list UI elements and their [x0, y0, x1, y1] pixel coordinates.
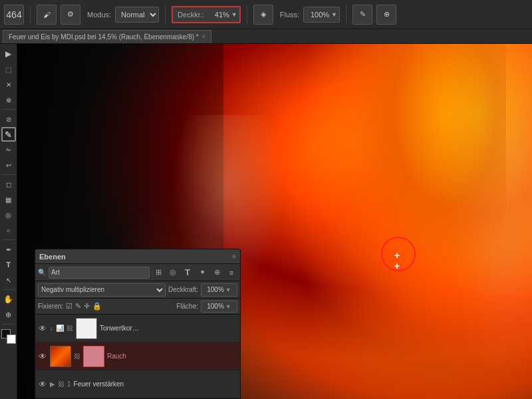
layers-panel: Ebenen ≡ 🔍 ⊞ ◎ T ✦ ⊕ ≡ Negativ multipliz…: [35, 249, 241, 399]
move-tool[interactable]: ▶: [1, 47, 16, 61]
crop-tool[interactable]: ⊘: [1, 112, 16, 126]
tab-title: Feuer und Eis by MDI.psd bei 14,5% (Rauc…: [9, 33, 199, 41]
blend-mode-select[interactable]: Negativ multiplizieren: [38, 283, 166, 297]
layer-thumb-rauch-pink: [83, 346, 104, 367]
dodge-tool[interactable]: ○: [1, 223, 16, 237]
lt-sep-2: [2, 174, 15, 175]
extra-icon-1[interactable]: ✎: [352, 5, 372, 25]
pen-tool[interactable]: ✒: [1, 242, 16, 257]
airbrush-icon[interactable]: ◈: [253, 5, 273, 25]
selection-tool[interactable]: ⬚: [1, 62, 16, 76]
layer-row-tonwert[interactable]: 👁 ↓ 📊 ⛓ Tonwertkor…: [35, 315, 240, 342]
path-select-tool[interactable]: ↖: [1, 273, 16, 287]
brush-preset-icon[interactable]: 🖌: [37, 5, 57, 25]
opacity-arrow-down[interactable]: ▼: [231, 11, 237, 18]
crosshair-center: +: [394, 250, 402, 258]
brush-size-box[interactable]: 464: [4, 5, 24, 25]
layer-badge-1: 1: [67, 380, 71, 388]
lasso-tool[interactable]: ✕: [1, 77, 16, 92]
layer-chain-icon-1: ⛓: [66, 325, 73, 332]
opacity-row-label: Deckkraft:: [168, 286, 198, 293]
opacity-row-value[interactable]: 100% ▼: [201, 283, 237, 297]
toolbar-sep-3: [247, 5, 247, 24]
magic-wand-tool[interactable]: ⊕: [1, 92, 16, 107]
hand-tool[interactable]: ✋: [1, 292, 16, 307]
layer-visible-icon-3[interactable]: 👁: [38, 380, 47, 389]
document-tab[interactable]: Feuer und Eis by MDI.psd bei 14,5% (Rauc…: [3, 30, 211, 43]
fix-label: Fixieren:: [38, 303, 63, 310]
zoom-tool[interactable]: ⊕: [1, 307, 16, 322]
history-brush-tool[interactable]: ↩: [1, 158, 16, 172]
fix-row: Fixieren: ☑ ✎ ✛ 🔒 Fläche: 100% ▼: [35, 299, 240, 315]
layers-panel-title: Ebenen: [39, 253, 66, 261]
flache-label: Fläche:: [176, 303, 198, 310]
toolbar-sep-2: [165, 5, 166, 24]
mode-select[interactable]: Normal: [115, 7, 159, 23]
opacity-box: Deckkr.: ▼: [172, 6, 241, 23]
lt-sep-4: [2, 289, 15, 290]
mode-label: Modus:: [87, 11, 111, 19]
blend-mode-row: Negativ multiplizieren Deckkraft: 100% ▼: [35, 281, 240, 299]
layer-name-feuer: Feuer verstärken: [74, 380, 237, 388]
fix-check-icon[interactable]: ☑: [66, 302, 72, 311]
layer-row-rauch[interactable]: 👁 ⛓ Rauch: [35, 342, 240, 370]
tab-bar: Feuer und Eis by MDI.psd bei 14,5% (Rauc…: [0, 29, 532, 44]
left-toolbar: ▶ ⬚ ✕ ⊕ ⊘ ✎ ✁ ↩ ◻ ▦ ◎ ○ ✒ T ↖ ✋ ⊕: [0, 44, 17, 399]
filter-icon-5[interactable]: ⊕: [211, 267, 223, 279]
layer-thumb-tonwert: [76, 318, 97, 339]
search-icon: 🔍: [38, 269, 46, 276]
flow-label: Fluss:: [280, 11, 299, 19]
brush-settings-icon[interactable]: ⚙: [61, 5, 80, 25]
layer-chain-icon-3: ⛓: [58, 380, 65, 388]
brush-cursor-circle: +: [381, 237, 416, 271]
gradient-tool[interactable]: ▦: [1, 192, 16, 207]
filter-toggle[interactable]: ≡: [225, 267, 237, 279]
opacity-input[interactable]: [206, 8, 229, 21]
layer-visible-icon-2[interactable]: 👁: [38, 352, 47, 361]
blur-tool[interactable]: ◎: [1, 207, 16, 222]
extra-icon-2[interactable]: ⊕: [376, 5, 396, 25]
filter-icon-2[interactable]: ◎: [167, 267, 179, 279]
layer-stats-icon-1: 📊: [56, 325, 64, 332]
filter-icon-1[interactable]: ⊞: [152, 267, 164, 279]
fix-move-icon[interactable]: ✛: [84, 302, 90, 311]
layer-visible-icon-1[interactable]: 👁: [38, 324, 47, 333]
layer-arrow-1: ↓: [50, 325, 53, 332]
tab-close-button[interactable]: ×: [202, 33, 205, 40]
top-toolbar: 464 🖌 ⚙ Modus: Normal Deckkr.: ▼ ◈ Fluss…: [0, 0, 532, 29]
flow-arrow-down[interactable]: ▼: [331, 11, 337, 18]
color-picker[interactable]: [1, 329, 16, 344]
main-area: ▶ ⬚ ✕ ⊕ ⊘ ✎ ✁ ↩ ◻ ▦ ◎ ○ ✒ T ↖ ✋ ⊕: [0, 44, 532, 399]
layer-expand-icon-3[interactable]: ▶: [50, 380, 55, 388]
brush-size-value: 464: [6, 9, 21, 20]
opacity-label: Deckkr.:: [178, 11, 204, 19]
toolbar-sep-4: [346, 5, 346, 24]
lt-sep-3: [2, 239, 15, 240]
lt-sep-1: [2, 109, 15, 110]
layer-chain-icon-2: ⛓: [74, 352, 80, 360]
layer-name-tonwert: Tonwertkor…: [100, 325, 237, 332]
layers-filter-toolbar: 🔍 ⊞ ◎ T ✦ ⊕ ≡: [35, 264, 240, 281]
layers-panel-header: Ebenen ≡: [35, 249, 240, 264]
toolbar-sep-1: [30, 5, 31, 24]
flame-top: [352, 44, 506, 275]
layer-search-input[interactable]: [49, 267, 150, 279]
filter-icon-4[interactable]: ✦: [196, 267, 208, 279]
fix-lock-icon[interactable]: 🔒: [92, 302, 102, 311]
fix-brush-icon[interactable]: ✎: [75, 302, 81, 311]
filter-icon-3[interactable]: T: [182, 267, 194, 279]
layer-row-feuer[interactable]: 👁 ▶ ⛓ 1 Feuer verstärken: [35, 370, 240, 398]
canvas-area[interactable]: + Ebenen ≡ 🔍 ⊞ ◎ T ✦ ⊕ ≡: [17, 44, 532, 399]
layer-name-rauch: Rauch: [107, 352, 237, 360]
lt-sep-5: [2, 324, 15, 325]
brush-tool[interactable]: ✎: [1, 127, 16, 142]
layer-thumb-rauch-fire: [50, 346, 71, 367]
panel-collapse-icon[interactable]: ≡: [232, 253, 236, 260]
clone-tool[interactable]: ✁: [1, 142, 16, 157]
flache-value[interactable]: 100% ▼: [201, 301, 237, 313]
flow-input[interactable]: [306, 8, 329, 21]
background-color[interactable]: [7, 334, 16, 344]
flow-box: ▼: [303, 7, 340, 23]
eraser-tool[interactable]: ◻: [1, 177, 16, 192]
text-tool[interactable]: T: [1, 257, 16, 272]
